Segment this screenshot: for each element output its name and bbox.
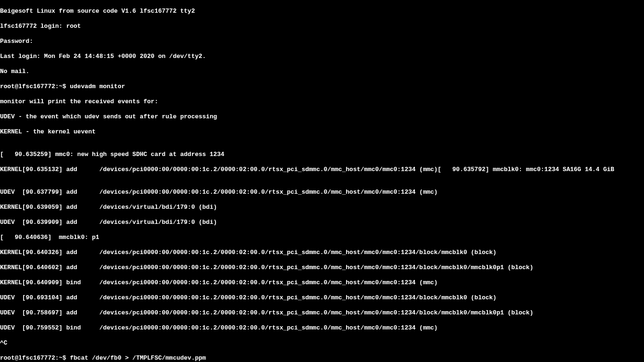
terminal-line: UDEV [90.693104] add /devices/pci0000:00… [0,294,644,302]
terminal-line: No mail. [0,68,644,75]
terminal-line: [ 90.640636] mmcblk0: p1 [0,234,644,241]
terminal-line: root@lfsc167772:~$ udevadm monitor [0,83,644,90]
terminal-line: KERNEL[90.635132] add /devices/pci0000:0… [0,166,644,173]
terminal-line: [ 90.635259] mmc0: new high speed SDHC c… [0,151,644,158]
terminal-line: UDEV [90.639909] add /devices/virtual/bd… [0,219,644,226]
terminal-line: KERNEL[90.640602] add /devices/pci0000:0… [0,264,644,272]
terminal-line: monitor will print the received events f… [0,98,644,106]
terminal-line: KERNEL - the kernel uevent [0,128,644,136]
terminal-line: Last login: Mon Feb 24 14:48:15 +0000 20… [0,53,644,60]
terminal-line: Beigesoft Linux from source code V1.6 lf… [0,8,644,15]
terminal-line: lfsc167772 login: root [0,23,644,30]
terminal-line: UDEV [90.759552] bind /devices/pci0000:0… [0,324,644,332]
terminal-line: ^C [0,339,644,347]
terminal-line: KERNEL[90.640326] add /devices/pci0000:0… [0,249,644,256]
terminal-line: UDEV [90.758697] add /devices/pci0000:00… [0,309,644,317]
terminal-line: root@lfsc167772:~$ fbcat /dev/fb0 > /TMP… [0,354,644,362]
terminal-line: KERNEL[90.639059] add /devices/virtual/b… [0,204,644,211]
terminal-line: UDEV - the event which udev sends out af… [0,113,644,121]
terminal-line: UDEV [90.637799] add /devices/pci0000:00… [0,189,644,196]
terminal-line: Password: [0,38,644,45]
terminal-output[interactable]: Beigesoft Linux from source code V1.6 lf… [0,0,644,362]
terminal-line: KERNEL[90.640909] bind /devices/pci0000:… [0,279,644,287]
